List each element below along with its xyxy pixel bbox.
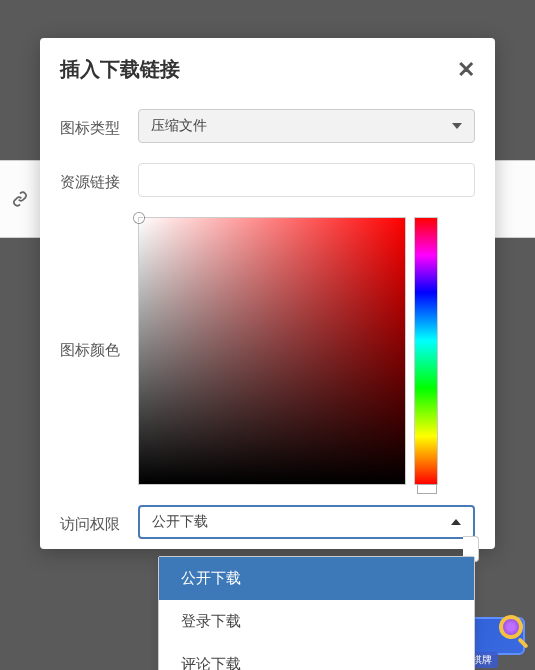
chevron-up-icon <box>451 519 461 525</box>
insert-download-link-modal: 插入下载链接 ✕ 图标类型 压缩文件 资源链接 图标颜色 <box>40 38 495 549</box>
dropdown-option-comment[interactable]: 评论下载 <box>159 643 474 670</box>
select-access-level-value: 公开下载 <box>152 513 208 531</box>
chevron-down-icon <box>452 123 462 129</box>
field-resource-link: 资源链接 <box>40 153 495 207</box>
saturation-value-panel[interactable] <box>138 217 406 485</box>
color-cursor[interactable] <box>134 213 144 223</box>
label-icon-type: 图标类型 <box>60 115 138 138</box>
input-resource-link[interactable] <box>138 163 475 197</box>
field-access-level: 访问权限 公开下载 <box>40 495 495 549</box>
label-icon-color: 图标颜色 <box>60 217 138 360</box>
field-icon-color: 图标颜色 <box>40 207 495 495</box>
label-access-level: 访问权限 <box>60 511 138 534</box>
select-icon-type-value: 压缩文件 <box>151 117 207 135</box>
modal-header: 插入下载链接 ✕ <box>40 38 495 99</box>
magnifier-icon <box>495 613 531 649</box>
field-icon-type: 图标类型 压缩文件 <box>40 99 495 153</box>
select-access-level[interactable]: 公开下载 <box>138 505 475 539</box>
label-resource-link: 资源链接 <box>60 169 138 192</box>
access-level-dropdown: 公开下载 登录下载 评论下载 <box>158 556 475 670</box>
modal-title: 插入下载链接 <box>60 56 180 83</box>
color-picker <box>138 217 475 485</box>
hue-slider[interactable] <box>414 217 438 485</box>
link-tool-button[interactable] <box>6 185 34 213</box>
dropdown-option-public[interactable]: 公开下载 <box>159 557 474 600</box>
select-icon-type[interactable]: 压缩文件 <box>138 109 475 143</box>
close-icon[interactable]: ✕ <box>457 59 475 81</box>
dropdown-option-login[interactable]: 登录下载 <box>159 600 474 643</box>
